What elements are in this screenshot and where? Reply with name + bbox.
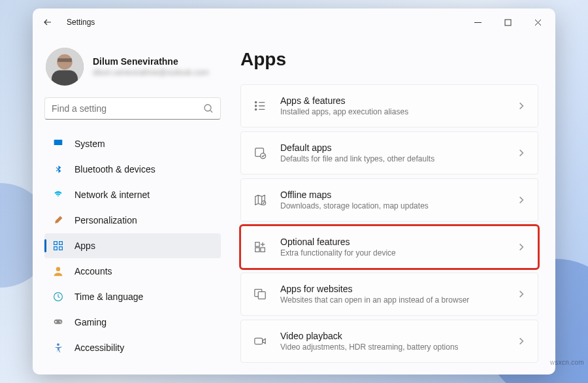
svg-rect-10 [54, 247, 57, 250]
profile-email: dilum.senevirathne@outlook.com [93, 68, 209, 77]
sidebar-item-label: Personalization [74, 215, 137, 225]
apps-websites-icon [253, 287, 267, 301]
svg-rect-25 [255, 248, 259, 252]
card-title: Apps & features [280, 95, 504, 106]
card-description: Extra functionality for your device [280, 248, 504, 258]
svg-point-20 [255, 108, 256, 110]
page-title: Apps [240, 49, 538, 70]
svg-point-17 [57, 343, 59, 346]
card-optional-features[interactable]: Optional featuresExtra functionality for… [240, 225, 538, 269]
svg-point-15 [59, 321, 61, 322]
sidebar-item-label: Gaming [74, 317, 106, 327]
wifi-icon [52, 189, 64, 201]
watermark: wsxcn.com [550, 359, 584, 366]
avatar [46, 48, 84, 86]
card-title: Offline maps [280, 190, 504, 200]
minimize-button[interactable] [463, 9, 493, 35]
titlebar: Settings [33, 8, 555, 36]
maximize-button[interactable] [493, 9, 523, 35]
minimize-icon [474, 19, 482, 26]
svg-point-6 [204, 105, 211, 111]
svg-point-19 [255, 105, 256, 107]
card-apps-for-websites[interactable]: Apps for websitesWebsites that can open … [240, 273, 538, 316]
search-box[interactable] [44, 97, 221, 120]
sidebar-nav: SystemBluetooth & devicesNetwork & inter… [44, 131, 221, 360]
display-icon [52, 138, 64, 150]
search-input[interactable] [52, 103, 203, 114]
back-arrow-icon [42, 17, 53, 27]
default-apps-icon [253, 146, 267, 160]
svg-rect-11 [59, 247, 63, 250]
settings-window: Settings Dilum Senevirathne dilum.sen [33, 8, 555, 375]
card-description: Video adjustments, HDR streaming, batter… [280, 342, 504, 352]
svg-rect-26 [261, 248, 265, 252]
card-description: Defaults for file and link types, other … [280, 154, 504, 163]
search-icon [203, 103, 214, 114]
chevron-right-icon [517, 290, 526, 299]
sidebar-item-gaming[interactable]: Gaming [44, 310, 221, 335]
globe-clock-icon [52, 291, 64, 303]
list-icon [253, 99, 267, 113]
sidebar-item-label: System [74, 139, 105, 149]
sidebar: Dilum Senevirathne dilum.senevirathne@ou… [33, 36, 229, 375]
main-content: Apps Apps & featuresInstalled apps, app … [229, 36, 555, 375]
sidebar-item-label: Accessibility [74, 342, 124, 353]
card-video-playback[interactable]: Video playbackVideo adjustments, HDR str… [240, 320, 538, 363]
chevron-right-icon [517, 242, 526, 252]
svg-point-18 [255, 101, 256, 103]
sidebar-item-apps[interactable]: Apps [44, 233, 221, 258]
sidebar-item-accounts[interactable]: Accounts [44, 259, 221, 284]
svg-rect-28 [258, 291, 265, 299]
card-title: Video playback [280, 331, 504, 341]
chevron-right-icon [517, 101, 526, 110]
maximize-icon [504, 19, 512, 26]
gaming-icon [52, 316, 64, 328]
back-button[interactable] [42, 16, 54, 28]
window-title: Settings [67, 18, 95, 27]
svg-rect-29 [255, 338, 263, 344]
profile-name: Dilum Senevirathne [93, 56, 209, 67]
paintbrush-icon [52, 214, 64, 226]
close-button[interactable] [523, 9, 553, 35]
svg-rect-24 [255, 242, 259, 246]
sidebar-item-system[interactable]: System [44, 131, 221, 156]
bluetooth-icon [52, 163, 64, 175]
svg-point-16 [60, 322, 61, 323]
sidebar-item-network-internet[interactable]: Network & internet [44, 182, 221, 207]
accessibility-icon [52, 342, 64, 354]
card-offline-maps[interactable]: Offline mapsDownloads, storage location,… [240, 178, 538, 222]
card-description: Installed apps, app execution aliases [280, 107, 504, 116]
sidebar-item-label: Time & language [74, 291, 143, 302]
close-icon [534, 19, 542, 26]
chevron-right-icon [517, 337, 526, 346]
card-title: Optional features [280, 237, 504, 247]
sidebar-item-bluetooth-devices[interactable]: Bluetooth & devices [44, 157, 221, 182]
svg-rect-8 [54, 242, 57, 245]
card-description: Downloads, storage location, map updates [280, 201, 504, 210]
sidebar-item-label: Accounts [74, 266, 112, 276]
video-icon [253, 334, 267, 348]
card-title: Apps for websites [280, 284, 504, 294]
sidebar-item-accessibility[interactable]: Accessibility [44, 335, 221, 360]
svg-rect-4 [52, 70, 78, 86]
card-description: Websites that can open in an app instead… [280, 295, 504, 305]
chevron-right-icon [517, 195, 526, 205]
card-title: Default apps [280, 142, 504, 153]
svg-rect-7 [54, 140, 63, 145]
profile-section[interactable]: Dilum Senevirathne dilum.senevirathne@ou… [44, 41, 221, 97]
sidebar-item-time-language[interactable]: Time & language [44, 284, 221, 309]
card-apps-features[interactable]: Apps & featuresInstalled apps, app execu… [240, 84, 538, 127]
sidebar-item-label: Apps [74, 241, 95, 251]
sidebar-item-label: Bluetooth & devices [74, 164, 155, 175]
svg-rect-5 [57, 58, 72, 61]
svg-rect-0 [505, 20, 511, 25]
map-icon [253, 193, 267, 207]
person-icon [52, 265, 64, 277]
svg-point-12 [56, 267, 60, 271]
chevron-right-icon [517, 148, 526, 158]
sidebar-item-label: Network & internet [74, 190, 150, 200]
optional-features-icon [253, 240, 267, 254]
svg-point-22 [260, 153, 265, 158]
card-default-apps[interactable]: Default appsDefaults for file and link t… [240, 131, 538, 175]
sidebar-item-personalization[interactable]: Personalization [44, 208, 221, 233]
